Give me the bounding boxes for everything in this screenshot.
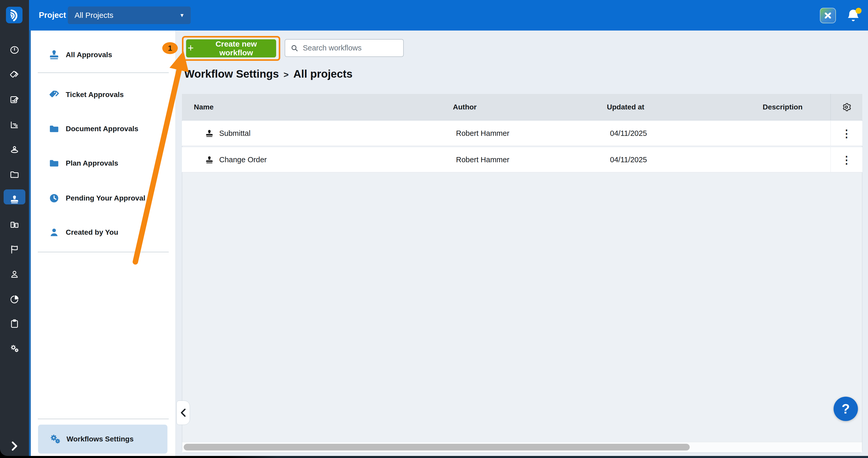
sidebar-item-label: Pending Your Approval: [66, 194, 146, 202]
gears-icon: [49, 433, 61, 445]
table-row-submittal[interactable]: Submittal Robert Hammer 04/11/2025 ⋮: [182, 121, 862, 146]
table-row-change-order[interactable]: Change Order Robert Hammer 04/11/2025 ⋮: [182, 147, 862, 172]
rail-item-tags-icon[interactable]: [0, 67, 29, 83]
sidebar-item-pending-your-approval[interactable]: Pending Your Approval: [31, 190, 176, 206]
rail-item-dashboard-icon[interactable]: [0, 43, 29, 58]
column-header-description[interactable]: Description: [762, 103, 831, 111]
stamp-icon: [48, 49, 60, 61]
rail-expand-chevron-icon[interactable]: [0, 438, 29, 454]
sidebar-divider: [38, 252, 169, 252]
sidebar-item-label: Created by You: [66, 228, 118, 237]
breadcrumb-subtitle: All projects: [293, 68, 352, 80]
annotation-step-number: 1: [168, 44, 173, 53]
folder-icon: [48, 157, 60, 169]
sidebar-item-label: Ticket Approvals: [66, 91, 124, 99]
workflow-author: Robert Hammer: [453, 155, 607, 164]
help-button[interactable]: ?: [834, 397, 858, 421]
sidebar-item-label: Document Approvals: [66, 125, 138, 133]
create-new-workflow-button[interactable]: + Create new workflow: [186, 39, 276, 57]
row-kebab-menu-icon[interactable]: ⋮: [831, 147, 862, 172]
annotation-step-badge: 1: [162, 42, 178, 54]
sidebar-item-plan-approvals[interactable]: Plan Approvals: [31, 155, 176, 171]
breadcrumb-title: Workflow Settings: [184, 68, 279, 80]
person-icon: [48, 226, 60, 238]
stamp-icon: [205, 155, 214, 164]
workflow-name: Change Order: [219, 155, 267, 164]
rail-item-chart-icon[interactable]: [0, 118, 29, 132]
rail-item-person-icon[interactable]: [0, 267, 29, 282]
project-selector-value: All Projects: [68, 11, 179, 20]
workflow-name: Submittal: [219, 129, 250, 138]
app-switcher-button[interactable]: [820, 8, 836, 23]
rail-item-settings-gears-icon[interactable]: [0, 341, 29, 356]
column-header-author[interactable]: Author: [453, 103, 607, 111]
notification-badge-dot: [856, 8, 862, 14]
table-settings-cell[interactable]: [831, 94, 862, 120]
question-mark-icon: ?: [842, 401, 850, 417]
sidebar-item-workflows-settings[interactable]: Workflows Settings: [38, 425, 167, 454]
brand-arcs-icon: [7, 7, 22, 23]
project-selector-dropdown[interactable]: All Projects ▼: [68, 6, 191, 24]
sidebar-divider: [38, 419, 169, 419]
horizontal-scrollbar-thumb[interactable]: [184, 444, 690, 451]
rail-item-folder-icon[interactable]: [0, 167, 29, 182]
sidebar-item-created-by-you[interactable]: Created by You: [31, 224, 176, 240]
sidebar-item-ticket-approvals[interactable]: Ticket Approvals: [31, 87, 176, 102]
workflow-author: Robert Hammer: [453, 129, 607, 138]
column-header-name[interactable]: Name: [182, 103, 453, 111]
app-switcher-knot-icon: [822, 10, 834, 21]
rail-item-approvals-stamp-icon[interactable]: [0, 192, 29, 207]
sidebar-collapse-button[interactable]: [177, 401, 190, 425]
search-input[interactable]: [302, 43, 401, 53]
workflow-updated-at: 04/11/2025: [607, 155, 762, 164]
table-header-row: Name Author Updated at Description: [182, 94, 862, 120]
rail-item-company-icon[interactable]: [0, 217, 29, 232]
search-icon: [290, 44, 299, 52]
left-rail-accent-border: [29, 31, 31, 456]
window-bottom-edge: [0, 456, 868, 458]
breadcrumb-separator-icon: >: [284, 70, 289, 80]
folder-icon: [48, 123, 60, 135]
project-label: Project: [39, 0, 66, 31]
tag-icon: [48, 89, 60, 101]
chevron-left-icon: [180, 408, 187, 417]
rail-item-flag-icon[interactable]: [0, 242, 29, 257]
sidebar-item-document-approvals[interactable]: Document Approvals: [31, 121, 176, 136]
rail-item-signature-icon[interactable]: [0, 92, 29, 108]
sidebar-divider: [38, 72, 169, 73]
sidebar-item-label: Plan Approvals: [66, 159, 118, 167]
clock-icon: [48, 192, 60, 204]
search-workflows-box: [285, 39, 404, 57]
chevron-down-icon: ▼: [179, 12, 191, 19]
column-header-updated[interactable]: Updated at: [607, 103, 762, 111]
page-heading: Workflow Settings > All projects: [184, 68, 352, 80]
rail-item-clipboard-icon[interactable]: [0, 316, 29, 331]
brand-logo-icon[interactable]: [6, 7, 23, 23]
row-kebab-menu-icon[interactable]: ⋮: [831, 121, 862, 146]
sidebar-item-label: All Approvals: [66, 51, 112, 59]
workflow-updated-at: 04/11/2025: [607, 129, 762, 138]
gear-icon: [842, 102, 851, 112]
rail-item-pie-chart-icon[interactable]: [0, 292, 29, 307]
create-button-label: Create new workflow: [198, 39, 275, 57]
sidebar-item-all-approvals[interactable]: All Approvals: [31, 47, 176, 63]
app-window: Project All Projects ▼: [0, 0, 868, 458]
plus-icon: +: [188, 43, 193, 53]
sidebar-item-label: Workflows Settings: [66, 435, 133, 443]
rail-item-locate-icon[interactable]: [0, 142, 29, 157]
stamp-icon: [205, 129, 214, 138]
